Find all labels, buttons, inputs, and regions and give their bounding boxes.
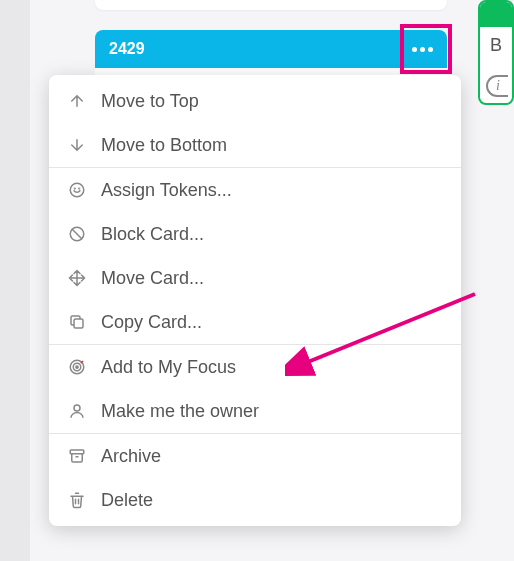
copy-icon <box>67 312 87 332</box>
svg-point-2 <box>79 188 80 189</box>
menu-move-top[interactable]: Move to Top <box>49 79 461 123</box>
svg-point-8 <box>74 405 80 411</box>
menu-label: Add to My Focus <box>101 357 236 378</box>
card-header[interactable]: 2429 <box>95 30 447 68</box>
target-icon <box>67 357 87 377</box>
left-sidebar-strip <box>0 0 30 561</box>
move-icon <box>67 268 87 288</box>
menu-label: Assign Tokens... <box>101 180 232 201</box>
menu-make-owner[interactable]: Make me the owner <box>49 389 461 433</box>
menu-label: Archive <box>101 446 161 467</box>
info-icon[interactable]: i <box>486 75 508 97</box>
previous-card-edge <box>95 0 447 10</box>
menu-assign-tokens[interactable]: Assign Tokens... <box>49 168 461 212</box>
card-id: 2429 <box>109 40 145 58</box>
menu-label: Copy Card... <box>101 312 202 333</box>
menu-label: Move to Bottom <box>101 135 227 156</box>
menu-move-card[interactable]: Move Card... <box>49 256 461 300</box>
card-context-menu: Move to Top Move to Bottom Assign Tokens… <box>49 75 461 526</box>
arrow-down-icon <box>67 135 87 155</box>
trash-icon <box>67 490 87 510</box>
adjacent-card-header <box>480 2 512 27</box>
menu-label: Block Card... <box>101 224 204 245</box>
svg-point-1 <box>74 188 75 189</box>
menu-label: Move Card... <box>101 268 204 289</box>
user-icon <box>67 401 87 421</box>
menu-copy-card[interactable]: Copy Card... <box>49 300 461 344</box>
archive-icon <box>67 446 87 466</box>
menu-delete[interactable]: Delete <box>49 478 461 522</box>
tokens-icon <box>67 180 87 200</box>
annotation-highlight-box <box>400 24 452 74</box>
menu-move-bottom[interactable]: Move to Bottom <box>49 123 461 167</box>
svg-rect-9 <box>70 450 84 454</box>
svg-point-0 <box>70 183 84 197</box>
svg-point-7 <box>76 366 78 368</box>
adjacent-card[interactable]: B i <box>478 0 514 105</box>
menu-label: Delete <box>101 490 153 511</box>
svg-rect-4 <box>74 319 83 328</box>
adjacent-card-text: B <box>480 27 512 56</box>
menu-label: Make me the owner <box>101 401 259 422</box>
block-icon <box>67 224 87 244</box>
menu-label: Move to Top <box>101 91 199 112</box>
menu-add-focus[interactable]: Add to My Focus <box>49 345 461 389</box>
arrow-up-icon <box>67 91 87 111</box>
menu-block-card[interactable]: Block Card... <box>49 212 461 256</box>
menu-archive[interactable]: Archive <box>49 434 461 478</box>
